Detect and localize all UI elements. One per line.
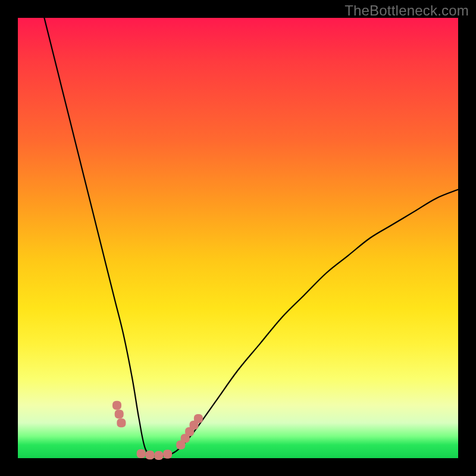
marker-point [146,450,155,459]
watermark-text: TheBottleneck.com [345,2,469,19]
chart-frame: TheBottleneck.com [0,0,476,476]
curve-markers [112,401,203,460]
marker-point [112,401,121,410]
marker-point [154,451,163,460]
marker-point [115,410,124,419]
marker-point [137,449,146,458]
plot-area [18,18,458,458]
marker-point [117,418,126,427]
marker-point [163,450,172,459]
bottleneck-curve [44,18,458,456]
marker-point [194,414,203,423]
curve-layer [18,18,458,458]
